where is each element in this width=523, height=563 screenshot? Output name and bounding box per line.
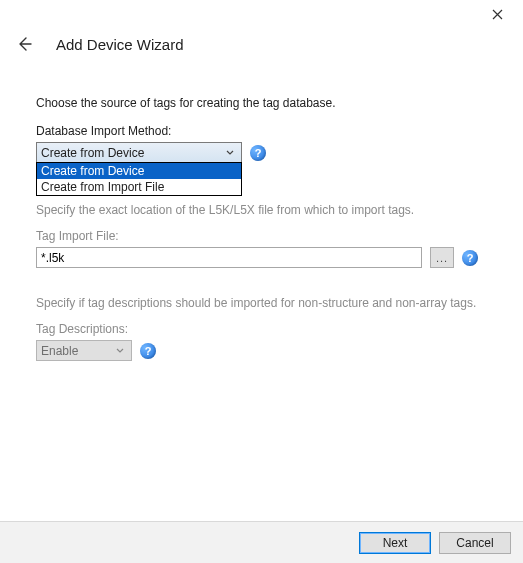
file-hint: Specify the exact location of the L5K/L5… (36, 203, 487, 217)
footer: Next Cancel (0, 521, 523, 563)
tag-desc-value: Enable (41, 344, 78, 358)
import-method-combo[interactable]: Create from Device Create from Device Cr… (36, 142, 242, 163)
page-title: Add Device Wizard (56, 36, 184, 53)
help-icon[interactable]: ? (462, 250, 478, 266)
tag-desc-combo: Enable (36, 340, 132, 361)
close-icon[interactable] (481, 0, 513, 28)
cancel-button[interactable]: Cancel (439, 532, 511, 554)
titlebar (0, 0, 523, 28)
help-icon[interactable]: ? (140, 343, 156, 359)
chevron-down-icon (223, 147, 237, 158)
back-arrow-icon[interactable] (14, 34, 34, 54)
import-method-selected[interactable]: Create from Device (36, 142, 242, 163)
tag-file-label: Tag Import File: (36, 229, 487, 243)
import-method-option-device[interactable]: Create from Device (37, 163, 241, 179)
intro-text: Choose the source of tags for creating t… (36, 96, 487, 110)
content-area: Choose the source of tags for creating t… (0, 96, 523, 361)
tag-desc-label: Tag Descriptions: (36, 322, 487, 336)
next-button[interactable]: Next (359, 532, 431, 554)
tag-desc-hint: Specify if tag descriptions should be im… (36, 296, 487, 310)
import-method-option-file[interactable]: Create from Import File (37, 179, 241, 195)
import-method-dropdown: Create from Device Create from Import Fi… (36, 162, 242, 196)
chevron-down-icon (113, 345, 127, 356)
import-method-value: Create from Device (41, 146, 144, 160)
import-method-label: Database Import Method: (36, 124, 487, 138)
tag-file-input[interactable] (36, 247, 422, 268)
help-icon[interactable]: ? (250, 145, 266, 161)
wizard-header: Add Device Wizard (0, 28, 523, 72)
browse-button[interactable]: ... (430, 247, 454, 268)
